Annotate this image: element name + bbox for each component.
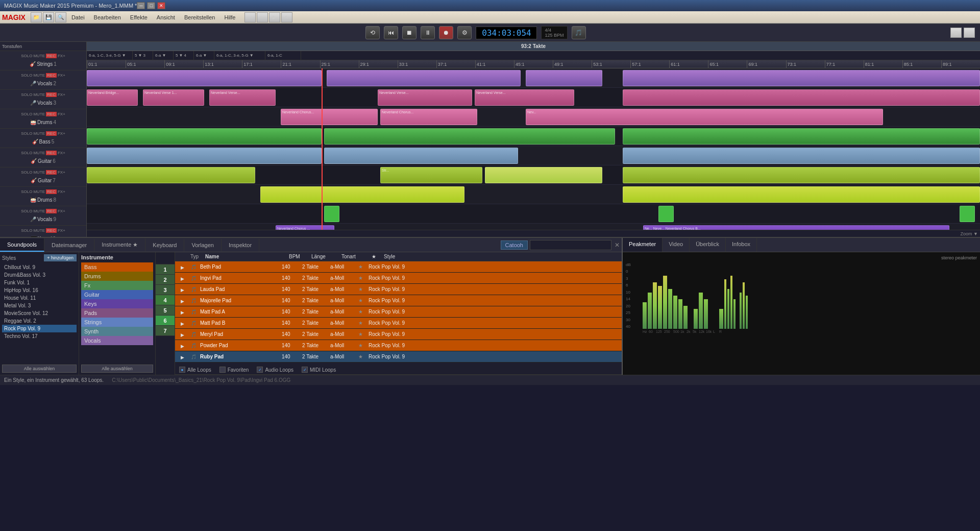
stop-button[interactable]: ⏹ [402, 26, 416, 39]
style-hiphop[interactable]: HipHop Vol. 16 [2, 286, 77, 294]
clip-4-2[interactable] [324, 128, 615, 144]
track-10-rec[interactable]: REC [46, 228, 57, 233]
track-3-mute[interactable]: MUTE [33, 92, 45, 97]
tab-inspektor[interactable]: Inspektor [222, 239, 259, 251]
maximize-button[interactable]: □ [147, 2, 155, 9]
toolbar-redo[interactable]: ↪ [257, 12, 268, 22]
track-7-solo[interactable]: SOLO [21, 170, 32, 175]
peak-tab-video[interactable]: Video [663, 238, 690, 252]
tab-instrumente[interactable]: Instrumente ★ [94, 238, 145, 251]
loop-7-play[interactable]: ▶ [177, 331, 187, 337]
clip-8-2[interactable] [658, 206, 674, 222]
track-5-mute[interactable]: MUTE [33, 131, 45, 136]
style-house[interactable]: House Vol. 11 [2, 294, 77, 302]
track-7-mute[interactable]: MUTE [33, 170, 45, 175]
clip-3-1[interactable]: Neverland Chorus... [281, 109, 378, 125]
track-1-rec[interactable]: REC [46, 54, 57, 58]
menu-effekte[interactable]: Effekte [126, 13, 152, 21]
instr-strings[interactable]: Strings [81, 318, 153, 327]
loops-col-bpm[interactable]: BPM [289, 254, 309, 259]
track-9-solo[interactable]: SOLO [21, 209, 32, 213]
loop-7-star[interactable]: ★ [358, 331, 369, 337]
track-6-mute[interactable]: MUTE [33, 151, 45, 155]
peak-tab-overview[interactable]: Überblick [690, 238, 726, 252]
loop-8-star[interactable]: ★ [358, 343, 369, 348]
loop-9-play[interactable]: ▶ [177, 354, 187, 360]
style-rockpop[interactable]: Rock Pop Vol. 9 [2, 325, 77, 332]
clip-5-1[interactable] [87, 148, 322, 164]
key-drop-4[interactable]: ▼ [179, 53, 183, 58]
stage-2[interactable]: 2 [156, 275, 175, 285]
menu-hilfe[interactable]: Hilfe [220, 13, 239, 21]
play-icon-8[interactable]: ▶ [181, 344, 184, 349]
track-1-fx[interactable]: FX+ [58, 54, 65, 58]
toolbar-cursor[interactable]: ↖ [281, 12, 292, 22]
pause-button[interactable]: ⏸ [421, 26, 435, 39]
loop-row-9[interactable]: ▶ 🎵 Ruby Pad 140 2 Takte a-Moll ★ Rock P… [175, 351, 622, 363]
peak-tab-meter[interactable]: Peakmeter [623, 238, 663, 252]
toolbar-icon-1[interactable]: 📁 [31, 12, 42, 22]
track-6-solo[interactable]: SOLO [21, 151, 32, 155]
clip-3-2[interactable]: Neverland Chorus... [380, 109, 477, 125]
instruments-select-all[interactable]: Alle auswählen [81, 365, 153, 373]
loop-2-star[interactable]: ★ [358, 275, 369, 281]
track-9-mute[interactable]: MUTE [33, 209, 45, 213]
track-9-fx[interactable]: FX+ [58, 209, 65, 213]
tab-keyboard[interactable]: Keyboard [145, 239, 184, 251]
track-8-fx[interactable]: FX+ [58, 189, 65, 194]
instr-fx[interactable]: Fx [81, 281, 153, 290]
loop-row-6[interactable]: ▶ 🎵 Matt Pad B 140 2 Takte a-Moll ★ Rock… [175, 318, 622, 329]
track-8-rec[interactable]: REC [46, 189, 57, 194]
stage-1[interactable]: 1 [156, 264, 175, 275]
track-6-fx[interactable]: FX+ [58, 151, 65, 155]
stage-4[interactable]: 4 [156, 295, 175, 305]
menu-bearbeiten[interactable]: Bearbeiten [90, 13, 125, 21]
style-chillout[interactable]: Chillout Vol. 9 [2, 263, 77, 271]
style-techno[interactable]: Techno Vol. 17 [2, 332, 77, 340]
instr-drums[interactable]: Drums [81, 272, 153, 281]
clip-2-2[interactable]: Neverland Verse 1... [143, 89, 204, 106]
search-input[interactable] [530, 240, 611, 250]
track-2-solo[interactable]: SOLO [21, 73, 32, 78]
metronome-button[interactable]: 🎵 [572, 26, 586, 39]
menu-datei[interactable]: Datei [67, 13, 89, 21]
instr-bass[interactable]: Bass [81, 262, 153, 272]
play-icon-2[interactable]: ▶ [181, 276, 184, 281]
clip-4-3[interactable] [623, 128, 980, 144]
track-6-rec[interactable]: REC [46, 151, 57, 155]
play-icon-9[interactable]: ▶ [181, 355, 184, 360]
track-5-solo[interactable]: SOLO [21, 131, 32, 136]
filter-audio[interactable]: ✓ Audio Loops [257, 367, 293, 373]
loops-col-style[interactable]: Style [384, 254, 619, 259]
toolbar-play[interactable]: ▶ [269, 12, 280, 22]
clip-5-3[interactable] [623, 148, 980, 164]
stage-6[interactable]: 6 [156, 316, 175, 326]
loop-4-star[interactable]: ★ [358, 298, 369, 303]
list-view-button[interactable]: ≡ [964, 28, 975, 38]
play-icon-1[interactable]: ▶ [181, 265, 184, 270]
key-drop-3[interactable]: ▼ [162, 53, 166, 58]
loop-1-star[interactable]: ★ [358, 264, 369, 270]
track-2-fx[interactable]: FX+ [58, 73, 65, 78]
play-icon-6[interactable]: ▶ [181, 321, 184, 326]
track-2-mute[interactable]: MUTE [33, 73, 45, 78]
arrangement[interactable]: Neverland Bridge... Neverland Verse 1...… [87, 68, 980, 230]
play-icon-4[interactable]: ▶ [181, 299, 184, 304]
track-10-fx[interactable]: FX+ [58, 228, 65, 233]
clip-3-3[interactable]: Nev... [526, 109, 883, 125]
track-9-rec[interactable]: REC [46, 209, 57, 213]
key-drop-5[interactable]: ▼ [203, 53, 207, 58]
track-2-rec[interactable]: REC [46, 73, 57, 78]
filter-fav[interactable]: Favoriten [219, 367, 249, 373]
clip-6-1[interactable] [87, 167, 255, 183]
key-dropdown-1[interactable]: ▼ [122, 53, 126, 58]
clip-2-1[interactable]: Neverland Bridge... [87, 89, 138, 106]
add-style-button[interactable]: + hinzufügen [44, 254, 77, 261]
loop-3-star[interactable]: ★ [358, 286, 369, 292]
loop-row-1[interactable]: ▶ 🎵 Beth Pad 140 2 Takte a-Moll ★ Rock P… [175, 261, 622, 273]
close-button[interactable]: ✕ [157, 2, 165, 9]
loop-row-4[interactable]: ▶ 🎵 Majorelle Pad 140 2 Takte a-Moll ★ R… [175, 295, 622, 306]
track-4-fx[interactable]: FX+ [58, 112, 65, 116]
clip-5-2[interactable] [324, 148, 518, 164]
clip-6-3[interactable] [485, 167, 602, 183]
